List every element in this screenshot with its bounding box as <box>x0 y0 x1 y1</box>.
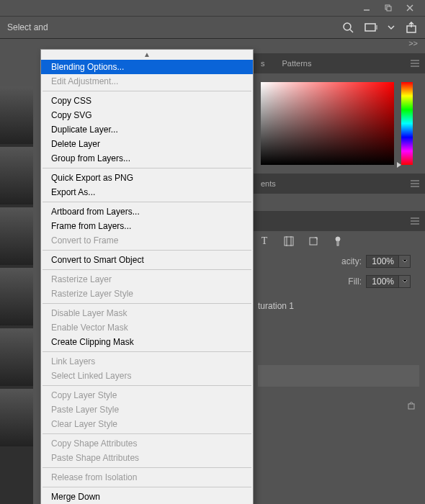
menu-item[interactable]: Merge Down <box>41 490 253 504</box>
chevron-down-icon[interactable] <box>388 21 395 34</box>
layer-row-selected[interactable] <box>258 365 419 387</box>
panel-stack: s Patterns ents T <box>0 48 425 415</box>
menu-separator <box>42 433 251 434</box>
menu-separator <box>42 168 251 168</box>
opacity-dropdown-icon[interactable] <box>399 255 411 268</box>
hue-slider[interactable] <box>401 82 413 165</box>
opacity-value[interactable]: 100% <box>366 255 399 268</box>
menu-item[interactable]: Blending Options... <box>41 60 253 74</box>
color-panel-tabs: s Patterns <box>252 53 425 73</box>
svg-rect-7 <box>365 24 375 31</box>
menu-item: Enable Vector Mask <box>41 320 253 335</box>
layer-list: turation 1 <box>252 292 425 397</box>
layer-context-menu: ▲ Blending Options...Edit Adjustment...C… <box>40 49 254 504</box>
frame-tool-icon[interactable] <box>364 21 377 34</box>
share-icon[interactable] <box>405 21 418 34</box>
menu-item: Disable Layer Mask <box>41 306 253 320</box>
tab-swatches[interactable]: s <box>252 53 274 73</box>
menu-separator <box>42 303 251 304</box>
menu-item: Paste Shape Attributes <box>41 451 253 465</box>
thumbnail[interactable] <box>0 328 33 386</box>
menu-item[interactable]: Artboard from Layers... <box>41 204 253 219</box>
layers-panel-tabs <box>252 211 425 231</box>
window-titlebar <box>0 0 425 16</box>
menu-separator <box>42 250 251 251</box>
menu-item: Paste Layer Style <box>41 402 253 417</box>
filmstrip <box>0 86 33 504</box>
svg-rect-24 <box>408 404 414 409</box>
menu-separator <box>42 385 251 386</box>
svg-line-6 <box>350 30 353 32</box>
menu-item[interactable]: Export As... <box>41 185 253 199</box>
thumbnail[interactable] <box>0 86 33 144</box>
tab-ents[interactable]: ents <box>252 174 285 194</box>
fill-label: Fill: <box>318 276 362 287</box>
thumbnail[interactable] <box>0 147 33 204</box>
color-panel-body <box>252 73 425 174</box>
svg-rect-2 <box>387 6 391 11</box>
smart-object-filter-icon[interactable] <box>307 235 320 248</box>
menu-separator <box>42 351 251 352</box>
menu-item: Link Layers <box>41 354 253 369</box>
tool-status-text: Select and <box>7 22 341 32</box>
fill-row: Fill: 100% <box>252 271 425 292</box>
panel-menu-icon[interactable] <box>405 211 425 231</box>
menu-item: Copy Shape Attributes <box>41 436 253 451</box>
opacity-row: acity: 100% <box>252 251 425 271</box>
adjustments-panel-body <box>252 194 425 211</box>
shape-layer-filter-icon[interactable] <box>282 235 295 248</box>
type-layer-filter-icon[interactable]: T <box>258 235 271 248</box>
svg-rect-18 <box>285 237 293 246</box>
lock-row <box>252 397 425 415</box>
opacity-label: acity: <box>318 256 362 266</box>
panel-menu-icon[interactable] <box>405 53 425 73</box>
menu-item: Rasterize Layer <box>41 272 253 287</box>
thumbnail[interactable] <box>0 389 33 446</box>
layer-filter-row: T <box>252 231 425 251</box>
menu-item[interactable]: Create Clipping Mask <box>41 335 253 349</box>
menu-item[interactable]: Quick Export as PNG <box>41 171 253 185</box>
menu-item: Edit Adjustment... <box>41 74 253 89</box>
menu-item: Convert to Frame <box>41 233 253 248</box>
menu-item[interactable]: Group from Layers... <box>41 151 253 166</box>
menu-separator <box>42 467 251 468</box>
filter-toggle-icon[interactable] <box>331 235 344 248</box>
thumbnail[interactable] <box>0 268 33 325</box>
menu-scroll-up-icon[interactable]: ▲ <box>41 50 253 60</box>
menu-item[interactable]: Copy SVG <box>41 108 253 122</box>
fill-value[interactable]: 100% <box>366 275 399 288</box>
panel-menu-icon[interactable] <box>405 174 425 194</box>
hue-slider-handle[interactable] <box>397 162 401 168</box>
menu-item[interactable]: Frame from Layers... <box>41 219 253 233</box>
tab-patterns[interactable]: Patterns <box>274 53 321 73</box>
menu-separator <box>42 91 251 91</box>
menu-separator <box>42 487 251 487</box>
adjustments-panel-tabs: ents <box>252 174 425 194</box>
close-button[interactable] <box>399 0 421 16</box>
menu-item[interactable]: Copy CSS <box>41 94 253 108</box>
lock-icon[interactable] <box>406 400 416 413</box>
maximize-button[interactable] <box>377 0 399 16</box>
svg-point-5 <box>344 23 351 30</box>
fill-dropdown-icon[interactable] <box>399 275 411 288</box>
color-field[interactable] <box>261 82 394 165</box>
menu-item[interactable]: Convert to Smart Object <box>41 253 253 267</box>
svg-rect-23 <box>337 240 339 246</box>
minimize-button[interactable] <box>356 0 377 16</box>
menu-item: Clear Layer Style <box>41 417 253 431</box>
layer-row[interactable]: turation 1 <box>258 296 419 316</box>
svg-rect-21 <box>310 238 317 245</box>
options-bar: Select and <box>0 16 425 39</box>
menu-separator <box>42 269 251 270</box>
menu-item: Copy Layer Style <box>41 388 253 402</box>
menu-item[interactable]: Duplicate Layer... <box>41 122 253 137</box>
collapse-panels[interactable]: >> <box>0 39 425 48</box>
menu-item: Rasterize Layer Style <box>41 287 253 301</box>
menu-item[interactable]: Delete Layer <box>41 137 253 151</box>
thumbnail[interactable] <box>0 207 33 265</box>
layer-name: turation 1 <box>258 301 294 311</box>
menu-separator <box>42 202 251 202</box>
menu-item: Select Linked Layers <box>41 369 253 383</box>
menu-item: Release from Isolation <box>41 470 253 485</box>
search-icon[interactable] <box>341 21 354 34</box>
